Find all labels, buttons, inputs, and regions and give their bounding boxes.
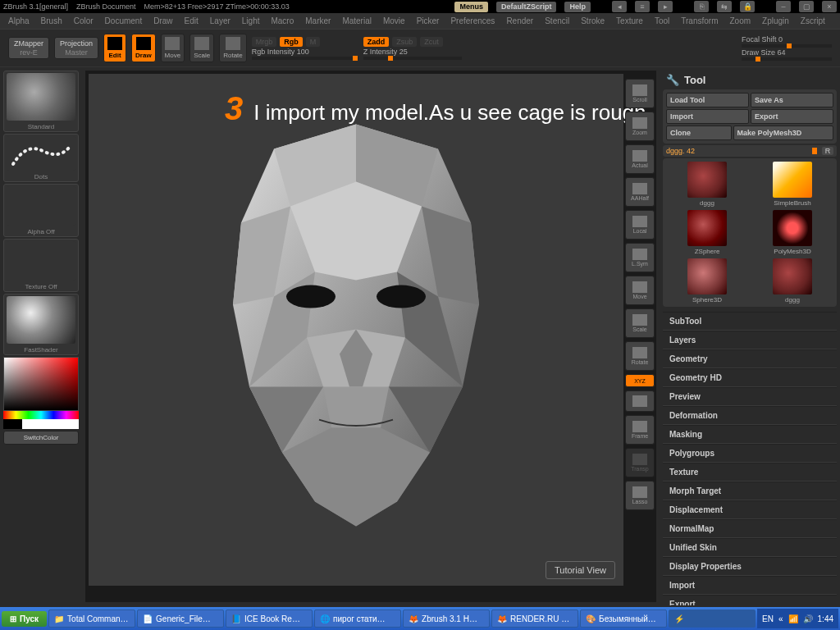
brush-thumb[interactable]: Standard bbox=[3, 71, 79, 132]
menu-stroke[interactable]: Stroke bbox=[581, 16, 605, 25]
sub-morphtarget[interactable]: Morph Target bbox=[663, 482, 837, 500]
menu-zoom[interactable]: Zoom bbox=[729, 16, 751, 25]
sub-normalmap[interactable]: NormalMap bbox=[663, 519, 837, 538]
script-button[interactable]: DefaultZScript bbox=[496, 2, 557, 12]
local-button[interactable]: Local bbox=[625, 210, 655, 240]
menu-render[interactable]: Render bbox=[506, 16, 533, 25]
load-tool-button[interactable]: Load Tool bbox=[666, 93, 749, 107]
r-button[interactable]: R bbox=[822, 147, 833, 155]
minimize-button[interactable]: – bbox=[776, 1, 791, 12]
sub-import[interactable]: Import bbox=[663, 576, 837, 595]
menu-light[interactable]: Light bbox=[242, 16, 260, 25]
menus-button[interactable]: Menus bbox=[454, 2, 488, 12]
maximize-button[interactable]: ▢ bbox=[799, 1, 814, 12]
close-button[interactable]: × bbox=[822, 1, 837, 12]
vscale-button[interactable]: Scale bbox=[625, 308, 655, 338]
task-generic[interactable]: 📄Generic_File… bbox=[137, 609, 224, 628]
menu-movie[interactable]: Movie bbox=[383, 16, 405, 25]
menu-preferences[interactable]: Preferences bbox=[450, 16, 495, 25]
texture-thumb[interactable]: Texture Off bbox=[3, 239, 79, 292]
rgb-intensity-slider[interactable] bbox=[252, 57, 358, 60]
menu-macro[interactable]: Macro bbox=[271, 16, 294, 25]
clone-button[interactable]: Clone bbox=[666, 126, 732, 140]
menu-alpha[interactable]: Alpha bbox=[8, 16, 30, 25]
zsub-button[interactable]: Zsub bbox=[392, 37, 417, 47]
start-button[interactable]: ⊞Пуск bbox=[2, 611, 47, 627]
menu-picker[interactable]: Picker bbox=[417, 16, 440, 25]
menu-transform[interactable]: Transform bbox=[681, 16, 718, 25]
draw-button[interactable]: Draw bbox=[131, 34, 156, 62]
system-tray[interactable]: EN «📶🔊 1:44 bbox=[757, 609, 838, 628]
persp-button[interactable] bbox=[625, 390, 655, 412]
focal-shift-slider[interactable] bbox=[742, 44, 832, 48]
tool-item-polymesh[interactable]: PolyMesh3D bbox=[751, 210, 833, 255]
export-button[interactable]: Export bbox=[751, 109, 833, 124]
scale-button[interactable]: Scale bbox=[189, 34, 214, 62]
edit-button[interactable]: Edit bbox=[103, 34, 126, 62]
menu-marker[interactable]: Marker bbox=[305, 16, 331, 25]
xyz-button[interactable]: XYZ bbox=[625, 374, 655, 387]
tutorial-view-button[interactable]: Tutorial View bbox=[546, 561, 615, 579]
switchcolor-button[interactable]: SwitchColor bbox=[3, 431, 79, 445]
viewport[interactable] bbox=[89, 74, 623, 586]
saveas-button[interactable]: Save As bbox=[751, 93, 833, 107]
next-icon[interactable]: ▸ bbox=[658, 1, 673, 12]
menu-icon[interactable]: ≡ bbox=[635, 1, 650, 12]
lang-indicator[interactable]: EN bbox=[762, 614, 774, 623]
save-icon[interactable]: ⎘ bbox=[694, 1, 709, 12]
transp-button[interactable]: Transp bbox=[625, 448, 655, 477]
tool-name[interactable]: dggg. 42 bbox=[666, 147, 815, 155]
swap-icon[interactable]: ⇆ bbox=[717, 1, 732, 12]
aahalf-button[interactable]: AAHalf bbox=[625, 177, 655, 207]
sub-preview[interactable]: Preview bbox=[663, 387, 837, 406]
tool-item-zsphere[interactable]: ZSphere bbox=[666, 210, 748, 255]
task-pirog[interactable]: 🌐пирог стати… bbox=[314, 609, 401, 628]
task-render[interactable]: 🦊RENDER.RU … bbox=[491, 609, 578, 628]
zadd-button[interactable]: Zadd bbox=[363, 37, 390, 47]
tool-item-dggg2[interactable]: dggg bbox=[751, 258, 833, 304]
menu-tool[interactable]: Tool bbox=[655, 16, 669, 25]
sub-masking[interactable]: Masking bbox=[663, 425, 837, 444]
sub-geometryhd[interactable]: Geometry HD bbox=[663, 368, 837, 387]
task-paint[interactable]: 🎨Безымянный… bbox=[580, 609, 667, 628]
sub-subtool[interactable]: SubTool bbox=[663, 312, 837, 331]
stroke-thumb[interactable]: Dots bbox=[3, 134, 79, 182]
menu-edit[interactable]: Edit bbox=[185, 16, 199, 25]
menu-zplugin[interactable]: Zplugin bbox=[762, 16, 789, 25]
sub-displacement[interactable]: Displacement bbox=[663, 500, 837, 519]
lasso-button[interactable]: Lasso bbox=[625, 481, 655, 510]
z-intensity-slider[interactable] bbox=[363, 57, 462, 60]
sub-texture[interactable]: Texture bbox=[663, 463, 837, 482]
alpha-thumb[interactable]: Alpha Off bbox=[3, 184, 79, 237]
frame-button[interactable]: Frame bbox=[625, 415, 655, 445]
sub-displayprops[interactable]: Display Properties bbox=[663, 557, 837, 576]
task-tc[interactable]: 📁Total Comman… bbox=[48, 609, 135, 628]
projection-master-button[interactable]: ProjectionMaster bbox=[54, 37, 98, 59]
menu-draw[interactable]: Draw bbox=[153, 16, 172, 25]
zmapper-button[interactable]: ZMapperrev-E bbox=[8, 37, 49, 59]
sub-polygroups[interactable]: Polygroups bbox=[663, 444, 837, 463]
menu-stencil[interactable]: Stencil bbox=[545, 16, 569, 25]
sub-geometry[interactable]: Geometry bbox=[663, 349, 837, 368]
menu-layer[interactable]: Layer bbox=[210, 16, 231, 25]
make-polymesh-button[interactable]: Make PolyMesh3D bbox=[733, 126, 833, 140]
material-thumb[interactable]: FastShader bbox=[3, 294, 79, 355]
zcut-button[interactable]: Zcut bbox=[420, 37, 443, 47]
rgb-button[interactable]: Rgb bbox=[280, 37, 303, 47]
actual-button[interactable]: Actual bbox=[625, 144, 655, 174]
help-button[interactable]: Help bbox=[564, 2, 591, 12]
lock-icon[interactable]: 🔒 bbox=[740, 1, 755, 12]
sub-layers[interactable]: Layers bbox=[663, 331, 837, 349]
menu-document[interactable]: Document bbox=[105, 16, 143, 25]
tool-item-simplebrush[interactable]: SimpleBrush bbox=[751, 162, 833, 207]
tool-item-sphere3d[interactable]: Sphere3D bbox=[666, 258, 748, 304]
vrotate-button[interactable]: Rotate bbox=[625, 341, 655, 371]
prev-icon[interactable]: ◂ bbox=[612, 1, 627, 12]
zoom-button[interactable]: Zoom bbox=[625, 112, 655, 141]
task-zbrush[interactable]: 🦊Zbrush 3.1 H… bbox=[403, 609, 490, 628]
hue-slider[interactable] bbox=[3, 411, 79, 419]
menu-texture[interactable]: Texture bbox=[616, 16, 643, 25]
task-ice[interactable]: 📘ICE Book Re… bbox=[226, 609, 313, 628]
draw-size-slider[interactable] bbox=[742, 57, 832, 61]
lsym-button[interactable]: L.Sym bbox=[625, 243, 655, 272]
